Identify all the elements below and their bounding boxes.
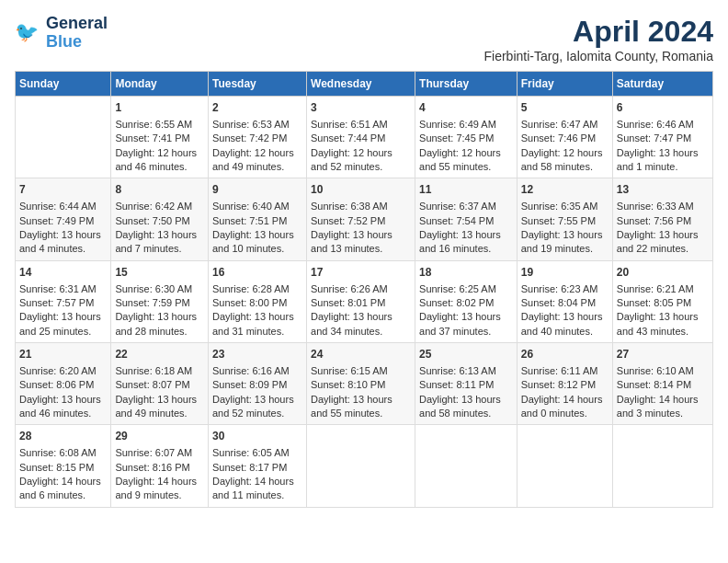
day-info: Sunset: 8:10 PM <box>311 378 411 392</box>
column-header-wednesday: Wednesday <box>307 72 415 97</box>
calendar-cell: 23Sunrise: 6:16 AMSunset: 8:09 PMDayligh… <box>208 343 306 425</box>
day-info: Sunset: 8:00 PM <box>212 296 302 310</box>
day-info: Daylight: 13 hours and 40 minutes. <box>521 310 609 339</box>
day-info: Daylight: 13 hours and 22 minutes. <box>617 228 709 257</box>
day-number: 17 <box>311 265 411 281</box>
day-info: Sunrise: 6:15 AM <box>311 364 411 378</box>
day-number: 7 <box>19 182 107 198</box>
day-number: 5 <box>521 100 609 116</box>
day-number: 26 <box>521 347 609 362</box>
day-info: Sunrise: 6:42 AM <box>115 200 204 213</box>
day-info: Sunrise: 6:21 AM <box>617 282 709 296</box>
calendar-cell: 30Sunrise: 6:05 AMSunset: 8:17 PMDayligh… <box>208 425 306 507</box>
calendar-cell: 17Sunrise: 6:26 AMSunset: 8:01 PMDayligh… <box>307 260 415 342</box>
calendar-cell: 11Sunrise: 6:37 AMSunset: 7:54 PMDayligh… <box>415 178 518 260</box>
calendar-cell: 20Sunrise: 6:21 AMSunset: 8:05 PMDayligh… <box>612 260 712 342</box>
day-info: Sunset: 7:51 PM <box>212 214 302 228</box>
day-info: Daylight: 13 hours and 25 minutes. <box>19 310 107 339</box>
week-row-1: 1Sunrise: 6:55 AMSunset: 7:41 PMDaylight… <box>16 97 713 178</box>
day-number: 22 <box>115 347 204 362</box>
day-number: 23 <box>212 347 302 362</box>
day-info: Sunrise: 6:25 AM <box>419 282 513 296</box>
day-info: Sunrise: 6:35 AM <box>521 200 609 213</box>
day-info: Daylight: 13 hours and 49 minutes. <box>115 393 204 421</box>
page-header: 🐦 General Blue April 2024 Fierbinti-Targ… <box>15 15 713 63</box>
day-info: Daylight: 13 hours and 55 minutes. <box>311 393 411 421</box>
day-number: 8 <box>115 182 204 198</box>
calendar-cell: 1Sunrise: 6:55 AMSunset: 7:41 PMDaylight… <box>111 97 209 178</box>
day-number: 13 <box>617 182 709 198</box>
day-number: 12 <box>521 182 609 198</box>
day-info: Sunrise: 6:40 AM <box>212 200 302 213</box>
day-info: Sunset: 8:05 PM <box>617 296 709 310</box>
calendar-cell: 16Sunrise: 6:28 AMSunset: 8:00 PMDayligh… <box>208 260 306 342</box>
day-info: Sunset: 8:14 PM <box>617 378 709 392</box>
week-row-2: 7Sunrise: 6:44 AMSunset: 7:49 PMDaylight… <box>16 178 713 260</box>
day-number: 18 <box>419 265 513 281</box>
day-info: Sunset: 7:49 PM <box>19 214 107 228</box>
day-info: Sunrise: 6:31 AM <box>19 282 107 296</box>
day-number: 27 <box>617 347 709 362</box>
day-info: Daylight: 13 hours and 7 minutes. <box>115 228 204 257</box>
day-info: Sunrise: 6:05 AM <box>212 446 302 460</box>
calendar-cell: 8Sunrise: 6:42 AMSunset: 7:50 PMDaylight… <box>111 178 209 260</box>
day-info: Sunset: 7:55 PM <box>521 214 609 228</box>
day-info: Daylight: 12 hours and 49 minutes. <box>212 146 302 175</box>
week-row-3: 14Sunrise: 6:31 AMSunset: 7:57 PMDayligh… <box>16 260 713 342</box>
calendar-cell: 28Sunrise: 6:08 AMSunset: 8:15 PMDayligh… <box>16 425 111 507</box>
day-info: Daylight: 14 hours and 0 minutes. <box>521 393 609 421</box>
day-info: Sunrise: 6:47 AM <box>521 118 609 132</box>
column-header-sunday: Sunday <box>16 72 111 97</box>
day-info: Sunrise: 6:28 AM <box>212 282 302 296</box>
day-number: 3 <box>311 100 411 116</box>
day-info: Daylight: 13 hours and 4 minutes. <box>19 228 107 257</box>
calendar-cell: 15Sunrise: 6:30 AMSunset: 7:59 PMDayligh… <box>111 260 209 342</box>
day-number: 11 <box>419 182 513 198</box>
calendar-cell <box>612 425 712 507</box>
logo-text: General Blue <box>46 15 108 52</box>
calendar-cell: 2Sunrise: 6:53 AMSunset: 7:42 PMDaylight… <box>208 97 306 178</box>
day-info: Sunset: 8:07 PM <box>115 378 204 392</box>
day-info: Daylight: 14 hours and 11 minutes. <box>212 475 302 503</box>
calendar-cell: 6Sunrise: 6:46 AMSunset: 7:47 PMDaylight… <box>612 97 712 178</box>
day-info: Sunrise: 6:55 AM <box>115 118 204 132</box>
calendar-cell: 19Sunrise: 6:23 AMSunset: 8:04 PMDayligh… <box>517 260 612 342</box>
calendar-cell: 4Sunrise: 6:49 AMSunset: 7:45 PMDaylight… <box>415 97 518 178</box>
day-info: Sunset: 8:06 PM <box>19 378 107 392</box>
day-info: Daylight: 13 hours and 34 minutes. <box>311 310 411 339</box>
calendar-cell: 26Sunrise: 6:11 AMSunset: 8:12 PMDayligh… <box>517 343 612 425</box>
day-number: 9 <box>212 182 302 198</box>
day-info: Sunset: 7:45 PM <box>419 132 513 145</box>
calendar-cell <box>517 425 612 507</box>
day-info: Daylight: 13 hours and 13 minutes. <box>311 228 411 257</box>
day-info: Sunrise: 6:11 AM <box>521 364 609 378</box>
calendar-cell: 25Sunrise: 6:13 AMSunset: 8:11 PMDayligh… <box>415 343 518 425</box>
day-number: 16 <box>212 265 302 281</box>
day-info: Sunrise: 6:30 AM <box>115 282 204 296</box>
day-info: Sunrise: 6:37 AM <box>419 200 513 213</box>
calendar-cell <box>415 425 518 507</box>
day-number: 15 <box>115 265 204 281</box>
day-info: Daylight: 13 hours and 52 minutes. <box>212 393 302 421</box>
day-info: Sunset: 8:16 PM <box>115 461 204 475</box>
day-info: Sunrise: 6:18 AM <box>115 364 204 378</box>
calendar-table: SundayMondayTuesdayWednesdayThursdayFrid… <box>15 71 713 508</box>
column-header-saturday: Saturday <box>612 72 712 97</box>
day-number: 29 <box>115 429 204 444</box>
day-info: Sunrise: 6:23 AM <box>521 282 609 296</box>
week-row-5: 28Sunrise: 6:08 AMSunset: 8:15 PMDayligh… <box>16 425 713 507</box>
day-number: 28 <box>19 429 107 444</box>
day-info: Sunrise: 6:33 AM <box>617 200 709 213</box>
day-info: Sunrise: 6:10 AM <box>617 364 709 378</box>
logo-icon: 🐦 <box>15 19 42 47</box>
day-info: Sunset: 7:50 PM <box>115 214 204 228</box>
day-info: Sunrise: 6:13 AM <box>419 364 513 378</box>
day-info: Sunrise: 6:20 AM <box>19 364 107 378</box>
logo: 🐦 General Blue <box>15 15 108 52</box>
day-number: 24 <box>311 347 411 362</box>
day-number: 10 <box>311 182 411 198</box>
day-info: Sunset: 7:54 PM <box>419 214 513 228</box>
day-info: Daylight: 13 hours and 19 minutes. <box>521 228 609 257</box>
day-info: Sunset: 8:11 PM <box>419 378 513 392</box>
day-info: Sunrise: 6:49 AM <box>419 118 513 132</box>
